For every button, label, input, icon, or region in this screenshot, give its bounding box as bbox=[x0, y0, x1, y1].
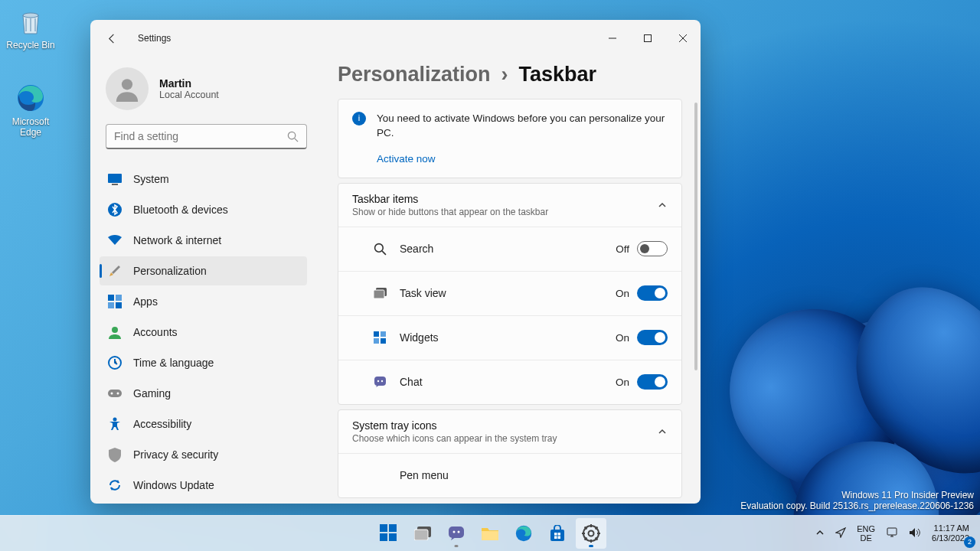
wifi-icon bbox=[107, 233, 122, 248]
desktop-icon-label: Recycle Bin bbox=[6, 40, 54, 51]
row-chat: Chat On bbox=[338, 360, 681, 404]
settings-button[interactable] bbox=[576, 518, 606, 549]
close-button[interactable] bbox=[665, 24, 701, 53]
task-view-icon bbox=[372, 288, 387, 298]
start-button[interactable] bbox=[374, 518, 404, 549]
task-view-icon bbox=[414, 527, 431, 540]
nav-network[interactable]: Network & internet bbox=[100, 226, 307, 255]
svg-rect-23 bbox=[374, 338, 379, 344]
scrollbar[interactable] bbox=[694, 103, 697, 370]
svg-rect-30 bbox=[380, 524, 387, 532]
svg-rect-14 bbox=[108, 390, 122, 397]
taskbar-items-section: Taskbar items Show or hide buttons that … bbox=[338, 183, 682, 405]
bluetooth-icon bbox=[107, 202, 122, 217]
taskbar-items-header[interactable]: Taskbar items Show or hide buttons that … bbox=[338, 184, 681, 227]
activate-now-link[interactable]: Activate now bbox=[377, 153, 436, 165]
svg-point-46 bbox=[589, 531, 594, 536]
person-icon bbox=[107, 324, 122, 340]
edge-icon bbox=[514, 524, 533, 543]
user-type: Local Account bbox=[159, 90, 219, 100]
svg-rect-36 bbox=[449, 527, 464, 538]
toggle-chat[interactable] bbox=[637, 374, 668, 390]
activation-notice: i You need to activate Windows before yo… bbox=[338, 99, 682, 178]
svg-rect-44 bbox=[558, 536, 561, 540]
breadcrumb-current: Taskbar bbox=[519, 63, 597, 86]
svg-rect-42 bbox=[558, 533, 561, 536]
breadcrumb: Personalization › Taskbar bbox=[338, 63, 697, 86]
desktop-icon-label: Microsoft Edge bbox=[12, 116, 50, 138]
nav-accounts[interactable]: Accounts bbox=[100, 318, 307, 347]
desktop-icon-edge[interactable]: Microsoft Edge bbox=[6, 83, 55, 138]
nav-bluetooth[interactable]: Bluetooth & devices bbox=[100, 195, 307, 224]
taskbar: ENGDE 11:17 AM6/13/20222 bbox=[0, 515, 980, 551]
maximize-button[interactable] bbox=[630, 24, 665, 53]
search-box[interactable] bbox=[106, 124, 307, 149]
chat-icon bbox=[372, 376, 387, 389]
row-task-view: Task view On bbox=[338, 271, 681, 315]
network-icon bbox=[886, 527, 898, 538]
titlebar[interactable]: Settings bbox=[90, 20, 701, 57]
nav-privacy[interactable]: Privacy & security bbox=[100, 440, 307, 469]
toggle-task-view[interactable] bbox=[637, 285, 668, 301]
store-icon bbox=[549, 525, 566, 542]
tray-clock[interactable]: 11:17 AM6/13/20222 bbox=[927, 520, 974, 546]
activation-message: You need to activate Windows before you … bbox=[377, 112, 668, 141]
svg-rect-8 bbox=[108, 295, 114, 301]
chevron-up-icon bbox=[657, 200, 668, 210]
chevron-right-icon: › bbox=[501, 63, 508, 86]
system-tray-icons-section: System tray icons Choose which icons can… bbox=[338, 409, 682, 498]
svg-point-4 bbox=[288, 132, 295, 139]
search-input[interactable] bbox=[114, 130, 287, 142]
windows-icon bbox=[380, 524, 398, 543]
nav-personalization[interactable]: Personalization bbox=[100, 256, 307, 285]
system-tray-header[interactable]: System tray icons Choose which icons can… bbox=[338, 410, 681, 453]
svg-rect-31 bbox=[389, 524, 397, 532]
tray-volume[interactable] bbox=[904, 524, 926, 543]
edge-button[interactable] bbox=[508, 518, 539, 549]
gamepad-icon bbox=[107, 386, 122, 401]
window-title: Settings bbox=[138, 33, 171, 44]
user-name: Martin bbox=[159, 77, 219, 90]
nav-gaming[interactable]: Gaming bbox=[100, 379, 307, 408]
user-profile[interactable]: Martin Local Account bbox=[106, 63, 324, 124]
task-view-button[interactable] bbox=[407, 518, 438, 549]
minimize-button[interactable] bbox=[595, 24, 630, 53]
row-pen-menu: Pen menu bbox=[338, 453, 681, 497]
tray-overflow[interactable] bbox=[811, 525, 829, 543]
svg-point-3 bbox=[122, 79, 132, 90]
svg-rect-9 bbox=[116, 295, 122, 301]
store-button[interactable] bbox=[542, 518, 573, 549]
windows-watermark: Windows 11 Pro Insider Preview Evaluatio… bbox=[740, 490, 974, 511]
toggle-widgets[interactable] bbox=[637, 330, 668, 345]
toggle-search[interactable] bbox=[637, 241, 668, 256]
nav-accessibility[interactable]: Accessibility bbox=[100, 409, 307, 439]
tray-network[interactable] bbox=[881, 524, 903, 543]
explorer-button[interactable] bbox=[475, 518, 505, 549]
svg-rect-32 bbox=[380, 533, 387, 541]
widgets-icon bbox=[372, 331, 387, 344]
settings-window: Settings Martin Local Account System Blu… bbox=[90, 20, 701, 504]
nav-update[interactable]: Windows Update bbox=[100, 471, 307, 500]
breadcrumb-parent[interactable]: Personalization bbox=[338, 63, 491, 86]
chevron-up-icon bbox=[815, 528, 825, 537]
edge-icon bbox=[15, 83, 46, 113]
svg-point-38 bbox=[458, 531, 460, 533]
brush-icon bbox=[107, 263, 122, 279]
row-widgets: Widgets On bbox=[338, 315, 681, 360]
desktop-icon-recycle-bin[interactable]: Recycle Bin bbox=[6, 6, 55, 51]
nav-apps[interactable]: Apps bbox=[100, 287, 307, 316]
chat-button[interactable] bbox=[441, 518, 472, 549]
tray-language[interactable]: ENGDE bbox=[852, 521, 880, 546]
back-button[interactable] bbox=[100, 26, 124, 51]
tray-location[interactable] bbox=[831, 524, 851, 543]
svg-rect-35 bbox=[414, 530, 428, 540]
chevron-up-icon bbox=[657, 426, 668, 437]
nav-time[interactable]: Time & language bbox=[100, 348, 307, 377]
svg-rect-10 bbox=[108, 302, 114, 308]
main-content: Personalization › Taskbar i You need to … bbox=[324, 57, 701, 504]
sidebar: Martin Local Account System Bluetooth & … bbox=[90, 57, 324, 504]
svg-point-37 bbox=[453, 531, 456, 533]
info-icon: i bbox=[352, 112, 366, 126]
shield-icon bbox=[107, 447, 122, 462]
nav-system[interactable]: System bbox=[100, 165, 307, 194]
